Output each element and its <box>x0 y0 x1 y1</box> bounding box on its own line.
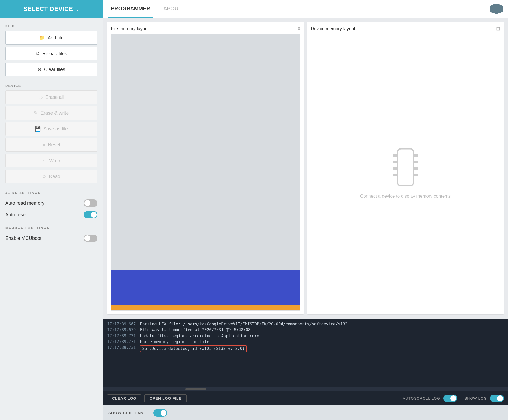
log-line: 17:17:39.731SoftDevice detected, id 0x10… <box>107 345 504 353</box>
reload-files-label: Reload files <box>42 51 67 57</box>
autoscroll-toggle[interactable] <box>443 395 457 402</box>
file-memory-panel: File memory layout ≡ <box>107 22 304 314</box>
chip-svg-icon <box>392 146 419 188</box>
log-timestamp: 17:17:39.731 <box>107 334 136 338</box>
logo <box>490 4 503 14</box>
memory-gray-region <box>111 34 300 270</box>
device-memory-panel: Device memory layout ⊡ <box>307 22 504 314</box>
log-bar: CLEAR LOG OPEN LOG FILE AUTOSCROLL LOG S… <box>103 391 508 405</box>
log-timestamp: 17:17:39.731 <box>107 345 136 352</box>
select-device-label: SELECT DEVICE <box>23 6 73 12</box>
erase-all-label: Erase all <box>45 95 64 100</box>
clear-files-label: Clear files <box>44 67 65 72</box>
svg-rect-0 <box>398 149 413 186</box>
svg-rect-6 <box>413 161 418 163</box>
show-side-panel-toggle[interactable] <box>153 409 167 417</box>
show-side-panel-label: SHOW SIDE PANEL <box>108 410 149 415</box>
connect-device-message: Connect a device to display memory conte… <box>360 194 451 199</box>
sidebar: FILE 📁 Add file ↺ Reload files ⊖ Clear f… <box>0 18 103 420</box>
log-timestamp: 17:17:39.679 <box>107 328 136 333</box>
save-as-file-label: Save as file <box>43 126 68 132</box>
svg-rect-7 <box>413 167 418 170</box>
save-icon: 💾 <box>35 126 41 132</box>
auto-reset-toggle[interactable] <box>84 211 97 218</box>
content-area: File memory layout ≡ Device memory layou… <box>103 18 508 420</box>
log-area[interactable]: 17:17:39.667Parsing HEX file: /Users/kd/… <box>103 319 508 387</box>
toggle-slider <box>84 199 97 207</box>
erase-all-button[interactable]: ◇ Erase all <box>5 90 97 104</box>
log-timestamp: 17:17:39.667 <box>107 322 136 326</box>
top-nav: SELECT DEVICE ↓ PROGRAMMER ABOUT <box>0 0 508 18</box>
svg-rect-4 <box>393 174 398 176</box>
memory-panels: File memory layout ≡ Device memory layou… <box>103 18 508 319</box>
log-line: 17:17:39.679File was last modified at 20… <box>107 327 504 333</box>
file-section-label: FILE <box>5 24 97 28</box>
auto-read-memory-toggle[interactable] <box>84 199 97 207</box>
device-memory-title: Device memory layout <box>311 26 355 31</box>
svg-rect-3 <box>393 167 398 170</box>
enable-mcuboot-row: Enable MCUboot <box>5 232 97 244</box>
minus-circle-icon: ⊖ <box>37 67 41 72</box>
open-log-file-button[interactable]: OPEN LOG FILE <box>144 394 186 402</box>
tab-about[interactable]: ABOUT <box>161 0 184 18</box>
log-message-highlighted: SoftDevice detected, id 0x101 (S132 v7.2… <box>140 345 247 352</box>
reset-label: Reset <box>48 142 60 148</box>
erase-write-label: Erase & write <box>40 110 69 116</box>
svg-rect-8 <box>413 174 418 176</box>
toggle-slider-2 <box>84 211 97 218</box>
file-memory-visual <box>111 34 300 311</box>
clear-files-button[interactable]: ⊖ Clear files <box>5 63 97 76</box>
device-memory-header: Device memory layout ⊡ <box>311 26 500 32</box>
select-device-button[interactable]: SELECT DEVICE ↓ <box>0 0 103 18</box>
read-button[interactable]: ↺ Read <box>5 170 97 183</box>
dropdown-arrow-icon: ↓ <box>76 6 79 12</box>
clear-log-button[interactable]: CLEAR LOG <box>107 394 141 402</box>
main-layout: FILE 📁 Add file ↺ Reload files ⊖ Clear f… <box>0 18 508 420</box>
write-icon: ✏ <box>43 158 46 164</box>
file-memory-title: File memory layout <box>111 26 149 31</box>
reload-icon: ↺ <box>36 51 40 57</box>
show-side-panel-slider <box>153 409 167 417</box>
add-file-button[interactable]: 📁 Add file <box>5 31 97 45</box>
reset-button[interactable]: ● Reset <box>5 138 97 152</box>
svg-rect-5 <box>413 154 418 157</box>
log-message: Update files regions according to Applic… <box>140 334 259 338</box>
memory-blue-region <box>111 270 300 305</box>
svg-rect-1 <box>393 154 398 157</box>
diamond-icon: ◇ <box>39 94 43 100</box>
auto-reset-row: Auto reset <box>5 209 97 221</box>
jlink-section-label: JLINK SETTINGS <box>5 191 97 195</box>
show-log-toggle[interactable] <box>490 395 504 402</box>
circle-icon: ● <box>43 142 45 148</box>
add-file-label: Add file <box>48 35 63 41</box>
enable-mcuboot-toggle[interactable] <box>84 235 97 242</box>
device-memory-icon: ⊡ <box>496 26 500 32</box>
erase-write-button[interactable]: ✎ Erase & write <box>5 106 97 120</box>
nordic-logo-icon <box>490 4 503 14</box>
log-message: Parsing HEX file: /Users/kd/GoogleDriveV… <box>140 322 347 326</box>
scrollbar-thumb[interactable] <box>185 388 206 390</box>
nav-tabs: PROGRAMMER ABOUT <box>103 0 190 18</box>
write-button[interactable]: ✏ Write <box>5 154 97 167</box>
log-scrollbar[interactable] <box>103 387 508 391</box>
bottom-bar: SHOW SIDE PANEL <box>103 405 508 420</box>
pencil-icon: ✎ <box>34 110 38 116</box>
reload-files-button[interactable]: ↺ Reload files <box>5 47 97 60</box>
save-as-file-button[interactable]: 💾 Save as file <box>5 122 97 136</box>
tab-programmer[interactable]: PROGRAMMER <box>108 0 153 18</box>
show-log-toggle-slider <box>490 395 504 402</box>
device-memory-visual: Connect a device to display memory conte… <box>311 34 500 311</box>
read-icon: ↺ <box>42 174 46 179</box>
autoscroll-toggle-slider <box>443 395 457 402</box>
log-line: 17:17:39.667Parsing HEX file: /Users/kd/… <box>107 321 504 327</box>
log-message: File was last modified at 2020/7/31 下午6:… <box>140 328 250 333</box>
log-message: Parse memory regions for file <box>140 339 209 344</box>
log-line: 17:17:39.731Update files regions accordi… <box>107 333 504 339</box>
folder-icon: 📁 <box>39 35 45 41</box>
enable-mcuboot-label: Enable MCUboot <box>5 236 41 241</box>
show-log-label: SHOW LOG <box>464 396 487 400</box>
auto-read-memory-label: Auto read memory <box>5 200 44 206</box>
write-label: Write <box>49 158 60 164</box>
device-section-label: DEVICE <box>5 84 97 88</box>
read-label: Read <box>49 174 60 179</box>
